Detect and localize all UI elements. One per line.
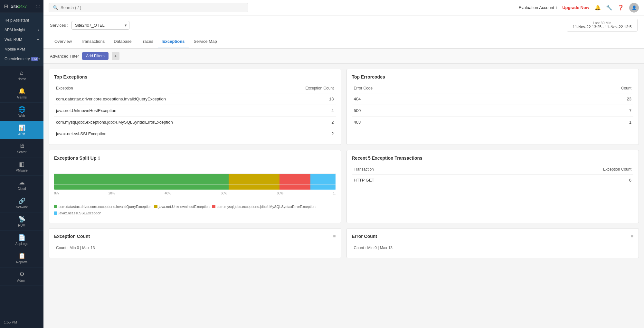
table-row[interactable]: com.mysql.jdbc.exceptions.jdbc4.MySQLSyn… bbox=[54, 117, 336, 128]
exceptions-split-info-icon[interactable]: ℹ bbox=[98, 156, 100, 161]
sidebar-item-vmware[interactable]: ◧ VMware bbox=[0, 157, 43, 176]
vmware-icon: ◧ bbox=[19, 161, 24, 168]
search-input[interactable] bbox=[61, 5, 244, 10]
opentelemetry-label-wrap: Opentelemetry PM bbox=[5, 57, 38, 61]
tab-database[interactable]: Database bbox=[109, 35, 136, 48]
table-row[interactable]: HTTP GET6 bbox=[352, 174, 634, 186]
tab-exceptions[interactable]: Exceptions bbox=[158, 35, 189, 48]
legend-label: javax.net.ssl.SSLException bbox=[59, 211, 101, 215]
error-code: 404 bbox=[352, 93, 526, 105]
web-rum-label: Web RUM bbox=[5, 37, 22, 42]
table-row[interactable]: 5007 bbox=[352, 105, 634, 117]
errorcode-col-header: Error Code bbox=[352, 83, 526, 93]
help-assistant-label: Help Assistant bbox=[5, 18, 29, 23]
reports-label: Reports bbox=[16, 260, 27, 264]
help-icon[interactable]: ❓ bbox=[618, 5, 624, 11]
tab-transactions[interactable]: Transactions bbox=[76, 35, 109, 48]
exception-count: 4 bbox=[276, 105, 336, 117]
server-icon: 🖥 bbox=[19, 143, 25, 149]
bar-segment bbox=[279, 173, 310, 190]
error-count-header: Error Count ≡ bbox=[352, 234, 634, 239]
sidebar-item-apm[interactable]: 📊 APM bbox=[0, 121, 43, 139]
error-count-title: Error Count bbox=[352, 234, 377, 239]
time-range-title: Last 30 Min bbox=[571, 21, 633, 25]
sidebar-item-admin[interactable]: ⚙ Admin bbox=[0, 267, 43, 286]
exception-name: com.datastax.driver.core.exceptions.Inva… bbox=[54, 93, 276, 105]
filter-label: Advanced Filter bbox=[50, 54, 79, 59]
exception-count: 2 bbox=[276, 117, 336, 128]
sidebar-item-alarms[interactable]: 🔔 Alarms bbox=[0, 84, 43, 103]
sidebar-item-cloud[interactable]: ☁ Cloud bbox=[0, 176, 43, 194]
sidebar-item-reports[interactable]: 📋 Reports bbox=[0, 249, 43, 267]
settings-icon[interactable]: 🔧 bbox=[606, 5, 612, 11]
legend-label: java.net.UnknownHostException bbox=[159, 205, 210, 209]
exception-count-menu-icon[interactable]: ≡ bbox=[333, 234, 336, 239]
alarms-icon: 🔔 bbox=[18, 88, 25, 95]
table-row[interactable]: 4031 bbox=[352, 117, 634, 128]
bar-chart-area: 0%20%40%60%80%1. com.datastax.driver.cor… bbox=[54, 164, 336, 218]
logo-area: ⊞ Site24x7 ⛶ bbox=[0, 0, 43, 13]
legend-label: com.mysql.jdbc.exceptions.jdbc4.MySQLSyn… bbox=[217, 205, 316, 209]
table-row[interactable]: java.net.UnknownHostException4 bbox=[54, 105, 336, 117]
sidebar-item-apm-insight[interactable]: APM Insight › bbox=[0, 25, 43, 35]
exceptions-split-panel: Exceptions Split Up ℹ bbox=[49, 150, 341, 223]
search-bar[interactable]: 🔍 bbox=[49, 3, 248, 12]
legend-item: javax.net.ssl.SSLException bbox=[54, 211, 101, 215]
services-select[interactable]: Site24x7_OTEL bbox=[71, 21, 129, 30]
add-filters-button[interactable]: Add Filters bbox=[82, 52, 108, 60]
transaction-count: 6 bbox=[473, 174, 633, 186]
sidebar-item-help-assistant[interactable]: Help Assistant bbox=[0, 15, 43, 25]
sidebar-item-home[interactable]: ⌂ Home bbox=[0, 66, 43, 84]
top-errorcodes-panel: Top Errorcodes Error Code Count 40423500… bbox=[346, 69, 639, 145]
expand-icon: ⛶ bbox=[36, 5, 40, 8]
tab-overview[interactable]: Overview bbox=[50, 35, 76, 48]
alarms-label: Alarms bbox=[17, 96, 27, 99]
sidebar-item-rum[interactable]: 📡 RUM bbox=[0, 212, 43, 231]
rum-label: RUM bbox=[18, 224, 25, 227]
time-range-value: 11-Nov-22 13:25 - 11-Nov-22 13:5 bbox=[571, 25, 633, 29]
recent-transactions-title: Recent 5 Exception Transactions bbox=[352, 155, 634, 161]
x-axis-labels: 0%20%40%60%80%1. bbox=[54, 192, 336, 195]
opentelemetry-add: + bbox=[38, 57, 40, 61]
table-row[interactable]: 40423 bbox=[352, 93, 634, 105]
sidebar-item-applogs[interactable]: 📄 AppLogs bbox=[0, 231, 43, 249]
bar-chart-container: 0%20%40%60%80%1. bbox=[54, 173, 336, 195]
legend-label: com.datastax.driver.core.exceptions.Inva… bbox=[59, 205, 152, 209]
admin-label: Admin bbox=[17, 279, 26, 282]
exception-name: java.net.UnknownHostException bbox=[54, 105, 276, 117]
transaction-name: HTTP GET bbox=[352, 174, 474, 186]
sidebar-item-mobile-apm[interactable]: Mobile APM + bbox=[0, 44, 43, 54]
exception-count: 13 bbox=[276, 93, 336, 105]
table-row[interactable]: com.datastax.driver.core.exceptions.Inva… bbox=[54, 93, 336, 105]
tab-service-map[interactable]: Service Map bbox=[189, 35, 221, 48]
error-count-menu-icon[interactable]: ≡ bbox=[631, 234, 633, 239]
mobile-apm-label: Mobile APM bbox=[5, 47, 25, 52]
exception-count-col-header: Exception Count bbox=[276, 83, 336, 93]
time-range-box[interactable]: Last 30 Min 11-Nov-22 13:25 - 11-Nov-22 … bbox=[567, 19, 638, 32]
sidebar-item-network[interactable]: 🔗 Network bbox=[0, 194, 43, 212]
sidebar-item-opentelemetry[interactable]: Opentelemetry PM + bbox=[0, 54, 43, 64]
exception-name: javax.net.ssl.SSLException bbox=[54, 128, 276, 140]
upgrade-button[interactable]: Upgrade Now bbox=[562, 5, 589, 10]
logo-prefix: Site bbox=[11, 4, 18, 9]
table-row[interactable]: javax.net.ssl.SSLException2 bbox=[54, 128, 336, 140]
notifications-icon[interactable]: 🔔 bbox=[594, 5, 601, 11]
sidebar-item-web[interactable]: 🌐 Web bbox=[0, 103, 43, 121]
bar-segment bbox=[229, 173, 279, 190]
avatar[interactable]: 👤 bbox=[629, 3, 639, 13]
legend-item: com.datastax.driver.core.exceptions.Inva… bbox=[54, 205, 152, 209]
transaction-count-col-header: Exception Count bbox=[473, 164, 633, 174]
legend-dot bbox=[154, 205, 157, 208]
tab-traces[interactable]: Traces bbox=[136, 35, 158, 48]
sidebar-item-server[interactable]: 🖥 Server bbox=[0, 139, 43, 157]
content-area: Services : Site24x7_OTEL Last 30 Min 11-… bbox=[43, 15, 644, 328]
exception-count-title: Exception Count bbox=[54, 234, 90, 239]
home-label: Home bbox=[17, 77, 26, 81]
chart-legend: com.datastax.driver.core.exceptions.Inva… bbox=[54, 205, 336, 215]
bar-segment bbox=[54, 173, 229, 190]
plus-button[interactable]: + bbox=[112, 52, 119, 60]
sidebar-item-web-rum[interactable]: Web RUM + bbox=[0, 35, 43, 44]
services-select-wrapper[interactable]: Site24x7_OTEL bbox=[71, 21, 129, 30]
exception-col-header: Exception bbox=[54, 83, 276, 93]
apm-insight-label: APM Insight bbox=[5, 28, 25, 32]
